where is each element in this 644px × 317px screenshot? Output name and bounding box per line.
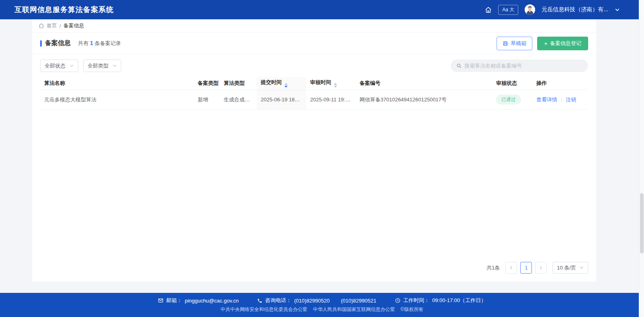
content-card: 首页 / 备案信息 备案信息 共有1条备案记录 [32,19,596,282]
next-page-button[interactable] [535,262,547,274]
table-header-row: 算法名称 备案类型 算法类型 提交时间 审核时间 备案编号 审核状态 操作 [40,77,588,90]
breadcrumb: 首页 / 备案信息 [32,19,596,33]
footer: 邮箱：pingguchu@cac.gov.cn 咨询电话：(010)829905… [0,293,644,317]
count-suffix: 条备案记录 [95,40,121,46]
app-title: 互联网信息服务算法备案系统 [14,5,114,14]
register-filing-button[interactable]: + 备案信息登记 [537,37,588,50]
footer-copyright: ©版权所有 [401,306,423,313]
status-filter-select[interactable]: 全部状态 [40,60,78,72]
table-empty-space [32,110,596,262]
cell-algo-type: 生成合成类… [220,90,257,109]
prev-page-button[interactable] [505,262,517,274]
page: 互联网信息服务算法备案系统 Aa 大 元岳信息科技（济南）有... [0,0,644,317]
section-head: 备案信息 共有1条备案记录 草稿箱 + 备案信息登记 [32,33,596,54]
user-name[interactable]: 元岳信息科技（济南）有... [542,6,608,13]
search-icon [456,63,462,68]
action-divider [561,97,562,102]
page-size-select[interactable]: 10 条/页 [552,262,588,274]
search-box [451,60,588,72]
topbar-right: Aa 大 元岳信息科技（济南）有... [485,4,620,15]
col-header-filing-number: 备案编号 [356,77,492,90]
pagination: 共1条 1 10 条/页 [32,262,596,282]
breadcrumb-separator: / [59,23,61,29]
breadcrumb-home-icon[interactable] [39,23,44,29]
page-1-button[interactable]: 1 [520,262,532,274]
col-header-filing-type: 备案类型 [194,77,220,90]
cell-review-status: 已通过 [492,90,532,109]
review-time-label: 审核时间 [310,79,331,85]
submit-time-label: 提交时间 [261,79,282,85]
chevron-down-icon [70,64,74,68]
type-filter-select[interactable]: 全部类型 [83,60,121,72]
filter-left: 全部状态 全部类型 [40,60,121,72]
col-header-actions: 操作 [532,77,588,90]
main-area: 首页 / 备案信息 备案信息 共有1条备案记录 [0,19,644,293]
phone-icon [257,298,262,303]
footer-phone1: (010)82990520 [294,298,329,304]
footer-org1: 中共中央网络安全和信息化委员会办公室 [221,306,307,313]
mail-icon [158,298,164,303]
chevron-down-icon [112,64,117,68]
cell-filing-type: 新增 [194,90,220,109]
footer-copyright-line: 中共中央网络安全和信息化委员会办公室 中华人民共和国国家互联网信息办公室 ©版权… [221,306,423,313]
drafts-button[interactable]: 草稿箱 [497,37,532,50]
cell-review-time: 2025-09-11 19:10 [306,90,356,109]
footer-phone: 咨询电话：(010)82990520(010)82990521 [257,297,376,304]
view-details-link[interactable]: 查看详情 [536,97,557,103]
count-number: 1 [90,40,93,46]
col-header-name: 算法名称 [40,77,194,90]
user-avatar-icon[interactable] [525,4,535,15]
cell-filing-number: 网信算备370102649412601250017号 [356,90,492,109]
cancel-filing-link[interactable]: 注销 [566,97,576,103]
record-count: 共有1条备案记录 [78,40,121,47]
col-header-review-time[interactable]: 审核时间 [306,77,356,90]
footer-hours-value: 09:00-17:00（工作日） [432,297,486,304]
cell-algorithm-name: 元岳多模态大模型算法 [40,90,194,109]
section-head-left: 备案信息 共有1条备案记录 [40,39,121,47]
search-input[interactable] [464,63,583,69]
title-accent-bar [40,40,42,47]
pagination-total: 共1条 [487,264,500,272]
count-prefix: 共有 [78,40,88,46]
font-size-button[interactable]: Aa 大 [498,5,518,15]
footer-contact-line: 邮箱：pingguchu@cac.gov.cn 咨询电话：(010)829905… [158,297,486,304]
chevron-down-icon[interactable] [615,7,620,12]
footer-email-label: 邮箱： [166,297,182,304]
cell-actions: 查看详情注销 [532,90,588,109]
page-size-value: 10 条/页 [557,264,576,272]
breadcrumb-home[interactable]: 首页 [47,22,57,29]
col-header-submit-time[interactable]: 提交时间 [257,77,306,90]
scrollbar-thumb[interactable] [640,193,644,253]
footer-hours-label: 工作时间： [403,297,429,304]
footer-email: 邮箱：pingguchu@cac.gov.cn [158,297,239,304]
footer-phone2: (010)82990521 [341,298,376,304]
clock-icon [395,298,401,303]
footer-org2: 中华人民共和国国家互联网信息办公室 [313,306,395,313]
filter-row: 全部状态 全部类型 [32,54,596,77]
records-table: 算法名称 备案类型 算法类型 提交时间 审核时间 备案编号 审核状态 操作 元岳… [40,77,588,110]
home-icon[interactable] [485,6,492,13]
type-filter-value: 全部类型 [88,62,108,70]
plus-icon: + [544,40,548,46]
section-head-right: 草稿箱 + 备案信息登记 [497,37,588,50]
draft-save-icon [503,41,508,46]
footer-phone-label: 咨询电话： [265,297,291,304]
register-filing-label: 备案信息登记 [550,40,581,47]
breadcrumb-current: 备案信息 [63,22,84,29]
footer-email-value: pingguchu@cac.gov.cn [185,298,239,304]
table-row: 元岳多模态大模型算法 新增 生成合成类… 2025-06-19 16:06 20… [40,90,588,109]
status-badge: 已通过 [496,95,521,105]
chevron-down-icon [579,266,584,270]
footer-hours: 工作时间：09:00-17:00（工作日） [395,297,486,304]
col-header-review-status: 审核状态 [492,77,532,90]
page-title: 备案信息 [45,39,71,47]
page-scrollbar[interactable] [639,0,644,317]
cell-submit-time: 2025-06-19 16:06 [257,90,306,109]
drafts-button-label: 草稿箱 [511,40,526,47]
sort-carets-icon[interactable] [284,83,288,88]
topbar: 互联网信息服务算法备案系统 Aa 大 元岳信息科技（济南）有... [0,0,644,19]
col-header-algo-type: 算法类型 [220,77,257,90]
sort-carets-icon[interactable] [334,83,337,88]
status-filter-value: 全部状态 [45,62,65,70]
